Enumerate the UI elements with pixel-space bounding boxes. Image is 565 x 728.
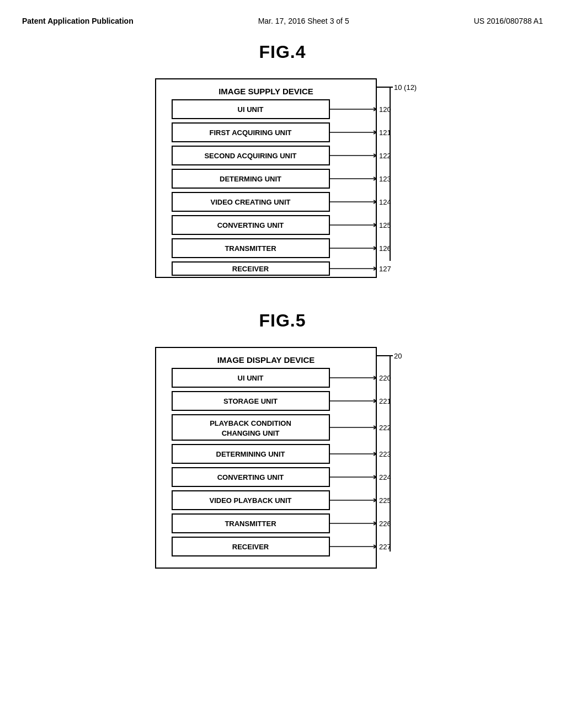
fig5-wrapper: FIG.5 IMAGE DISPLAY DEVICE 20 UI UNIT 22…	[22, 311, 543, 574]
svg-text:STORAGE UNIT: STORAGE UNIT	[223, 397, 278, 405]
svg-text:120: 120	[379, 105, 391, 114]
svg-text:TRANSMITTER: TRANSMITTER	[225, 520, 276, 528]
svg-text:127: 127	[379, 265, 391, 273]
svg-text:225: 225	[379, 496, 391, 505]
fig4-title: FIG.4	[259, 42, 306, 62]
fig4-wrapper: FIG.4 IMAGE SUPPLY DEVICE 10 (12) UI UNI…	[22, 42, 543, 283]
svg-text:RECEIVER: RECEIVER	[232, 543, 269, 551]
svg-text:IMAGE SUPPLY DEVICE: IMAGE SUPPLY DEVICE	[218, 87, 313, 96]
svg-text:221: 221	[379, 397, 391, 405]
header-left: Patent Application Publication	[22, 17, 134, 25]
svg-text:IMAGE DISPLAY DEVICE: IMAGE DISPLAY DEVICE	[217, 355, 315, 365]
page: Patent Application Publication Mar. 17, …	[0, 0, 565, 728]
svg-text:227: 227	[379, 543, 391, 551]
header: Patent Application Publication Mar. 17, …	[22, 17, 543, 25]
fig4-diagram: IMAGE SUPPLY DEVICE 10 (12) UI UNIT 120 …	[139, 73, 426, 283]
header-center: Mar. 17, 2016 Sheet 3 of 5	[258, 17, 349, 25]
svg-text:UI UNIT: UI UNIT	[238, 105, 264, 114]
svg-text:224: 224	[379, 473, 391, 481]
svg-text:RECEIVER: RECEIVER	[232, 265, 269, 273]
svg-text:10 (12): 10 (12)	[394, 83, 417, 92]
svg-text:SECOND ACQUIRING UNIT: SECOND ACQUIRING UNIT	[204, 152, 296, 160]
svg-text:220: 220	[379, 374, 391, 382]
fig5-diagram: IMAGE DISPLAY DEVICE 20 UI UNIT 220 STOR…	[139, 342, 426, 574]
svg-text:DETERMINING UNIT: DETERMINING UNIT	[216, 450, 285, 458]
svg-text:222: 222	[379, 424, 391, 432]
svg-text:UI UNIT: UI UNIT	[238, 374, 264, 382]
svg-text:124: 124	[379, 198, 391, 206]
svg-text:CHANGING UNIT: CHANGING UNIT	[222, 429, 280, 437]
svg-text:FIRST ACQUIRING UNIT: FIRST ACQUIRING UNIT	[209, 129, 291, 137]
svg-text:20: 20	[394, 352, 402, 360]
svg-text:126: 126	[379, 244, 391, 253]
svg-text:CONVERTING UNIT: CONVERTING UNIT	[217, 473, 284, 481]
svg-text:VIDEO PLAYBACK UNIT: VIDEO PLAYBACK UNIT	[209, 496, 291, 505]
svg-text:123: 123	[379, 175, 391, 183]
svg-text:223: 223	[379, 450, 391, 458]
fig5-title: FIG.5	[259, 311, 306, 331]
svg-text:226: 226	[379, 520, 391, 528]
svg-text:DETERMING UNIT: DETERMING UNIT	[220, 175, 281, 183]
svg-text:125: 125	[379, 221, 391, 229]
header-right: US 2016/080788 A1	[474, 17, 543, 25]
svg-text:CONVERTING UNIT: CONVERTING UNIT	[217, 221, 284, 229]
svg-text:TRANSMITTER: TRANSMITTER	[225, 244, 276, 253]
svg-text:122: 122	[379, 152, 391, 160]
svg-text:121: 121	[379, 129, 391, 137]
svg-text:PLAYBACK CONDITION: PLAYBACK CONDITION	[210, 419, 291, 427]
svg-text:VIDEO CREATING UNIT: VIDEO CREATING UNIT	[211, 198, 291, 206]
